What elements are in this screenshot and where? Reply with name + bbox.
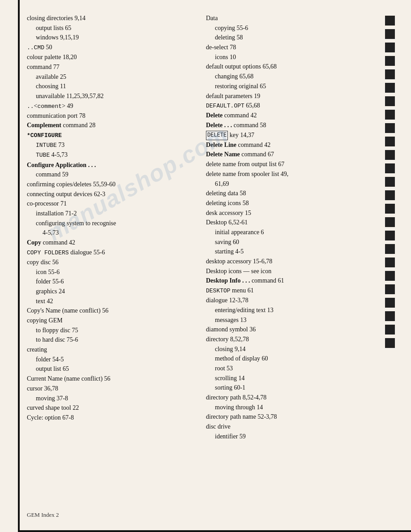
list-item: Delete Name command 67 bbox=[206, 150, 381, 159]
list-item: icon 55-6 bbox=[27, 267, 188, 277]
list-item: closing 9,14 bbox=[206, 344, 381, 354]
list-item: DELETE key 14,37 bbox=[206, 130, 381, 140]
list-item: configuring system to recognise bbox=[27, 219, 188, 228]
list-item: copying 55-6 bbox=[206, 23, 381, 33]
list-item: directory path 8,52-4,78 bbox=[206, 393, 381, 403]
list-item: TUBE 4-5,73 bbox=[27, 150, 188, 160]
list-item: Data bbox=[206, 13, 381, 23]
tab-marker bbox=[385, 69, 395, 79]
tab-marker bbox=[385, 311, 395, 321]
right-column: Data copying 55-6 deleting 58 de-select … bbox=[193, 13, 385, 507]
list-item: graphics 24 bbox=[27, 287, 188, 296]
list-item: sorting 60-1 bbox=[206, 383, 381, 393]
list-item: installation 71-2 bbox=[27, 209, 188, 219]
list-item: text 42 bbox=[27, 296, 188, 306]
list-item: Delete command 42 bbox=[206, 111, 381, 120]
tab-marker bbox=[385, 298, 395, 308]
list-item: Complement command 28 bbox=[27, 120, 188, 130]
tab-marker bbox=[385, 83, 395, 93]
list-item: method of display 60 bbox=[206, 354, 381, 364]
tab-marker bbox=[385, 16, 395, 26]
footer-text: GEM Index 2 bbox=[27, 511, 59, 518]
list-item: folder 55-6 bbox=[27, 277, 188, 287]
list-item: delete name from spooler list 49, bbox=[206, 169, 381, 179]
list-item: Desktop icons — see icon bbox=[206, 266, 381, 276]
tab-marker bbox=[385, 43, 395, 52]
list-item: ..<comment> 49 bbox=[27, 101, 188, 111]
list-item: copy disc 56 bbox=[27, 257, 188, 267]
list-item: saving 60 bbox=[206, 237, 381, 247]
list-item: available 25 bbox=[27, 72, 188, 82]
list-item: creating bbox=[27, 345, 188, 355]
list-item: closing directories 9,14 bbox=[27, 13, 188, 23]
list-item: icons 10 bbox=[206, 52, 381, 62]
list-item: output lists 65 bbox=[27, 23, 188, 33]
list-item: cursor 36,78 bbox=[27, 384, 188, 394]
list-item: desk accessory 15 bbox=[206, 208, 381, 218]
tab-marker bbox=[385, 325, 395, 335]
list-item: default parameters 19 bbox=[206, 91, 381, 101]
tab-marker bbox=[385, 231, 395, 240]
list-item: moving through 14 bbox=[206, 403, 381, 412]
tab-marker bbox=[385, 244, 395, 254]
left-column: closing directories 9,14 output lists 65… bbox=[0, 13, 193, 507]
list-item: 61,69 bbox=[206, 179, 381, 189]
list-item: diamond symbol 36 bbox=[206, 325, 381, 335]
list-item: DEFAULT.OPT 65,68 bbox=[206, 101, 381, 111]
tab-marker bbox=[385, 271, 395, 281]
tab-marker bbox=[385, 177, 395, 187]
list-item: ..CMD 50 bbox=[27, 43, 188, 52]
list-item: folder 54-5 bbox=[27, 355, 188, 365]
list-item: deleting data 58 bbox=[206, 189, 381, 198]
list-item: command 77 bbox=[27, 62, 188, 72]
tab-marker bbox=[385, 137, 395, 146]
list-item: 4-5,73 bbox=[27, 228, 188, 238]
list-item: directory 8,52,78 bbox=[206, 335, 381, 344]
list-item: Desktop 6,52-61 bbox=[206, 218, 381, 227]
tab-marker bbox=[385, 29, 395, 39]
tab-marker bbox=[385, 190, 395, 200]
list-item: Cycle: option 67-8 bbox=[27, 413, 188, 423]
content-area: closing directories 9,14 output lists 65… bbox=[0, 9, 411, 511]
list-item: Delete . . . command 58 bbox=[206, 120, 381, 130]
list-item: Copy's Name (name conflict) 56 bbox=[27, 306, 188, 316]
list-item: *CONFIGURE bbox=[27, 130, 188, 140]
list-item: changing 65,68 bbox=[206, 72, 381, 82]
list-item: Desktop Info . . . command 61 bbox=[206, 276, 381, 286]
tab-marker bbox=[385, 338, 395, 348]
right-tabs bbox=[385, 13, 398, 507]
list-item: moving 37-8 bbox=[27, 394, 188, 403]
list-item: choosing 11 bbox=[27, 82, 188, 91]
list-item: root 53 bbox=[206, 364, 381, 373]
list-item: delete name from output list 67 bbox=[206, 159, 381, 169]
list-item: command 59 bbox=[27, 170, 188, 180]
list-item: Delete Line command 42 bbox=[206, 140, 381, 150]
list-item: Current Name (name conflict) 56 bbox=[27, 374, 188, 384]
tab-marker bbox=[385, 217, 395, 227]
list-item: deleting icons 58 bbox=[206, 198, 381, 208]
list-item: entering/editing text 13 bbox=[206, 305, 381, 315]
list-item: initial appearance 6 bbox=[206, 227, 381, 237]
list-item: confirming copies/deletes 55,59-60 bbox=[27, 180, 188, 189]
list-item: Configure Application . . . bbox=[27, 160, 188, 170]
tab-marker bbox=[385, 96, 395, 106]
bottom-border bbox=[18, 530, 411, 532]
list-item: de-select 78 bbox=[206, 43, 381, 52]
tab-marker bbox=[385, 123, 395, 133]
tab-marker bbox=[385, 284, 395, 294]
tab-marker bbox=[385, 150, 395, 160]
list-item: disc drive bbox=[206, 422, 381, 432]
tab-marker bbox=[385, 204, 395, 214]
list-item: Copy command 42 bbox=[27, 238, 188, 248]
list-item: curved shape tool 22 bbox=[27, 403, 188, 413]
list-item: COPY FOLDERS dialogue 55-6 bbox=[27, 248, 188, 257]
list-item: starting 4-5 bbox=[206, 247, 381, 257]
footer: GEM Index 2 bbox=[0, 511, 411, 523]
list-item: restoring original 65 bbox=[206, 82, 381, 91]
list-item: output list 65 bbox=[27, 364, 188, 374]
tab-marker bbox=[385, 56, 395, 66]
list-item: co-processor 71 bbox=[27, 199, 188, 209]
list-item: communication port 78 bbox=[27, 111, 188, 121]
page: manualshop.com closing directories 9,14 … bbox=[0, 0, 411, 532]
tab-marker bbox=[385, 257, 395, 267]
